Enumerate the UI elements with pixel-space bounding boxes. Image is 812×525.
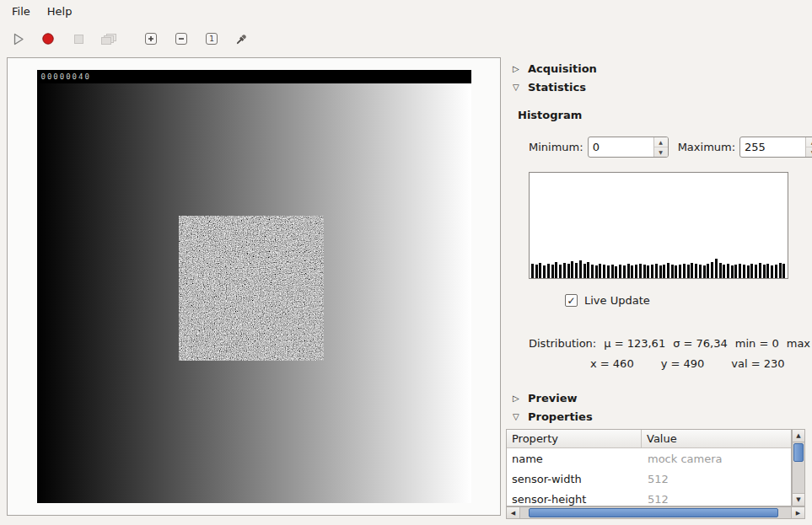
- stop-button[interactable]: [66, 26, 91, 51]
- histogram-bar: [607, 265, 610, 278]
- column-header-value[interactable]: Value: [642, 430, 791, 447]
- scroll-left-icon[interactable]: ◀: [507, 507, 520, 518]
- zoom-out-button[interactable]: [169, 26, 194, 51]
- histogram-bar: [775, 265, 777, 278]
- histogram-bar: [595, 265, 598, 278]
- property-row[interactable]: sensor-height 512: [507, 489, 791, 506]
- cursor-val: val = 230: [731, 357, 784, 370]
- histogram-bar: [639, 264, 642, 278]
- play-button[interactable]: [5, 26, 30, 51]
- histogram-bar: [535, 265, 538, 278]
- scroll-right-icon[interactable]: ▶: [791, 507, 804, 518]
- histogram-bar: [759, 263, 761, 278]
- expander-collapsed-icon: ▷: [513, 64, 522, 73]
- continuous-acquisition-button[interactable]: [96, 26, 121, 51]
- expander-acquisition[interactable]: ▷ Acquisition: [513, 62, 597, 75]
- histogram-bar: [659, 265, 662, 278]
- sidebar-horizontal-scrollbar[interactable]: ◀ ▶: [506, 506, 805, 519]
- histogram-bar: [571, 261, 573, 278]
- histogram-bar: [551, 265, 554, 278]
- histogram-bar: [663, 265, 665, 278]
- distribution-max: max = 255: [787, 337, 812, 350]
- live-update-row: ✓ Live Update: [565, 294, 650, 307]
- app-window: File Help: [0, 0, 812, 56]
- histogram-bar: [687, 265, 690, 278]
- camera-frame[interactable]: 00000040: [37, 70, 471, 503]
- histogram-bar: [727, 264, 729, 278]
- expander-expanded-icon: ▽: [513, 83, 522, 92]
- minimum-label: Minimum:: [529, 141, 583, 153]
- histogram-bar: [683, 264, 686, 278]
- histogram-bar: [591, 265, 594, 278]
- histogram-bar: [615, 266, 617, 278]
- color-picker-button[interactable]: [229, 26, 255, 51]
- menu-item-file[interactable]: File: [3, 2, 39, 21]
- histogram-bar: [555, 262, 557, 278]
- property-row[interactable]: name mock camera: [507, 448, 791, 469]
- expander-statistics[interactable]: ▽ Statistics: [513, 81, 586, 94]
- spin-down-icon[interactable]: ▼: [654, 147, 668, 157]
- spin-up-icon[interactable]: ▲: [654, 137, 668, 147]
- zoom-original-button[interactable]: 1: [199, 26, 224, 51]
- histogram-bar: [583, 264, 586, 278]
- property-row[interactable]: sensor-width 512: [507, 469, 791, 489]
- histogram-bar: [747, 265, 750, 278]
- histogram-bar: [719, 263, 722, 278]
- histogram-plot: [529, 172, 788, 279]
- histogram-bar: [715, 259, 718, 278]
- column-header-property[interactable]: Property: [507, 430, 642, 447]
- frame-header: 00000040: [37, 70, 471, 83]
- histogram-bar: [723, 265, 725, 278]
- histogram-bar: [739, 264, 741, 278]
- histogram-bar: [782, 264, 785, 278]
- vertical-scroll-thumb[interactable]: [793, 443, 804, 462]
- expander-properties[interactable]: ▽ Properties: [513, 410, 593, 423]
- zoom-in-icon: [144, 32, 158, 46]
- histogram-bar: [647, 265, 649, 278]
- live-update-checkbox[interactable]: ✓: [565, 294, 578, 307]
- histogram-bar: [671, 265, 674, 278]
- minimum-input[interactable]: [589, 137, 653, 157]
- image-viewport[interactable]: 00000040: [7, 57, 501, 516]
- maximum-label: Maximum:: [678, 141, 735, 153]
- record-button[interactable]: [35, 26, 61, 51]
- histogram-bar: [651, 265, 653, 278]
- maximum-spin-buttons: ▲ ▼: [805, 137, 812, 157]
- histogram-bar: [547, 264, 550, 278]
- sidebar: ▷ Acquisition ▽ Statistics Histogram Min…: [506, 57, 806, 520]
- histogram-bar: [707, 264, 709, 278]
- zoom-in-button[interactable]: [138, 26, 164, 51]
- minimum-spinbox[interactable]: ▲ ▼: [588, 137, 669, 158]
- histogram-bar: [567, 264, 570, 278]
- cursor-y: y = 490: [661, 357, 705, 370]
- histogram-bar: [711, 262, 713, 278]
- spin-up-icon[interactable]: ▲: [806, 137, 812, 147]
- histogram-bar: [766, 264, 769, 278]
- histogram-bar: [603, 265, 605, 278]
- frame-counter: 00000040: [37, 70, 471, 83]
- play-icon: [11, 32, 25, 46]
- properties-vertical-scrollbar[interactable]: ▲ ▼: [792, 429, 805, 506]
- histogram-bar: [655, 264, 658, 278]
- cursor-x: x = 460: [590, 357, 634, 370]
- scroll-down-icon[interactable]: ▼: [793, 493, 804, 506]
- burst-icon: [100, 32, 118, 46]
- maximum-input[interactable]: [740, 137, 805, 157]
- property-name-cell: sensor-height: [507, 493, 642, 506]
- expander-preview[interactable]: ▷ Preview: [513, 392, 578, 404]
- horizontal-scroll-track[interactable]: [520, 507, 791, 518]
- histogram-bar: [631, 265, 633, 278]
- spin-down-icon[interactable]: ▼: [806, 147, 812, 157]
- vertical-scroll-track[interactable]: [793, 442, 804, 493]
- histogram-bar: [627, 264, 630, 278]
- expander-expanded-icon: ▽: [513, 412, 522, 421]
- histogram-bar: [743, 265, 745, 278]
- histogram-bar: [667, 263, 669, 278]
- maximum-spinbox[interactable]: ▲ ▼: [739, 137, 812, 158]
- histogram-bar: [734, 265, 737, 278]
- horizontal-scroll-thumb[interactable]: [529, 508, 778, 517]
- scroll-up-icon[interactable]: ▲: [793, 430, 804, 442]
- histogram-bar: [763, 265, 766, 278]
- property-name-cell: name: [507, 453, 642, 465]
- menu-item-help[interactable]: Help: [39, 2, 81, 21]
